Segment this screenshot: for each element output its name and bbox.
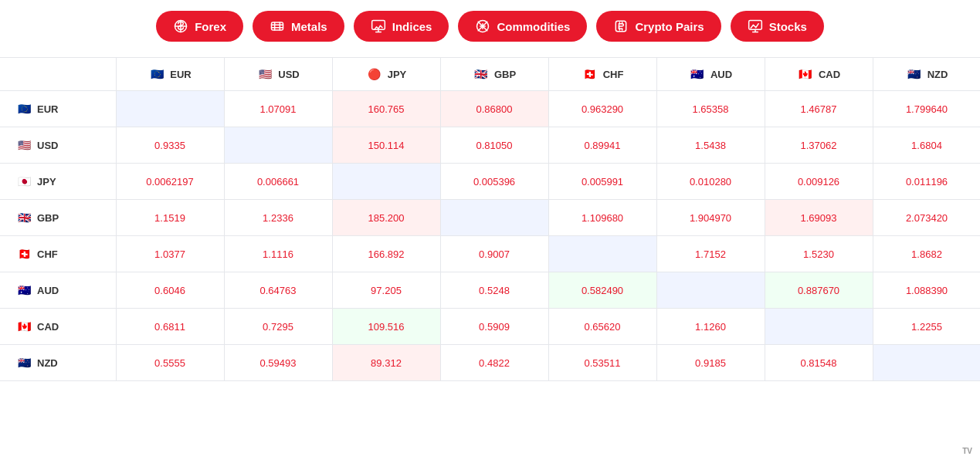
table-header-row: 🇪🇺 EUR 🇺🇸 USD 🔴 JPY [0, 58, 980, 91]
cell-aud-cad: 0.887670 [765, 272, 873, 309]
cell-aud-nzd: 1.088390 [873, 272, 980, 309]
row-header-jpy: 🇯🇵JPY [0, 164, 116, 200]
nav-btn-metals[interactable]: Metals [253, 11, 344, 42]
cell-cad-jpy: 109.516 [332, 309, 440, 345]
cell-gbp-jpy: 185.200 [332, 200, 440, 236]
row-header-chf: 🇨🇭CHF [0, 236, 116, 272]
cell-chf-aud: 1.7152 [656, 236, 765, 272]
cell-aud-chf: 0.582490 [548, 272, 656, 309]
flag-jpy: 🔴 [366, 66, 383, 83]
table-row: 🇨🇭CHF1.03771.1116166.8920.90071.71521.52… [0, 236, 980, 272]
header-empty [0, 58, 116, 91]
row-flag-aud: 🇦🇺 [15, 282, 32, 299]
row-header-cad: 🇨🇦CAD [0, 309, 116, 345]
cell-cad-cad [765, 309, 873, 345]
cell-usd-jpy: 150.114 [332, 127, 440, 164]
cell-eur-cad: 1.46787 [765, 91, 873, 127]
table-row: 🇨🇦CAD0.68110.7295109.5160.59090.656201.1… [0, 309, 980, 345]
cell-chf-gbp: 0.9007 [440, 236, 548, 272]
table-row: 🇺🇸USD0.9335150.1140.810500.899411.54381.… [0, 127, 980, 164]
cell-usd-nzd: 1.6804 [873, 127, 980, 164]
cell-jpy-chf: 0.005991 [548, 164, 656, 200]
header-eur: 🇪🇺 EUR [116, 58, 224, 91]
row-header-aud: 🇦🇺AUD [0, 272, 116, 309]
cell-jpy-cad: 0.009126 [765, 164, 873, 200]
cell-usd-eur: 0.9335 [116, 127, 224, 164]
cell-jpy-aud: 0.010280 [656, 164, 765, 200]
flag-chf: 🇨🇭 [582, 66, 599, 83]
cell-nzd-usd: 0.59493 [224, 345, 332, 381]
cell-usd-chf: 0.89941 [548, 127, 656, 164]
cell-cad-nzd: 1.2255 [873, 309, 980, 345]
cell-eur-gbp: 0.86800 [440, 91, 548, 127]
nav-btn-forex[interactable]: Forex [156, 11, 243, 42]
flag-gbp: 🇬🇧 [473, 66, 490, 83]
table-row: 🇪🇺EUR1.07091160.7650.868000.9632901.6535… [0, 91, 980, 127]
cell-eur-nzd: 1.799640 [873, 91, 980, 127]
cell-cad-gbp: 0.5909 [440, 309, 548, 345]
header-gbp: 🇬🇧 GBP [440, 58, 548, 91]
header-cad: 🇨🇦 CAD [765, 58, 873, 91]
cell-chf-usd: 1.1116 [224, 236, 332, 272]
row-header-eur: 🇪🇺EUR [0, 91, 116, 127]
nav-btn-stocks[interactable]: Stocks [731, 11, 824, 42]
cell-cad-aud: 1.1260 [656, 309, 765, 345]
cell-chf-jpy: 166.892 [332, 236, 440, 272]
flag-aud: 🇦🇺 [689, 66, 706, 83]
cell-gbp-aud: 1.904970 [656, 200, 765, 236]
cell-nzd-aud: 0.9185 [656, 345, 765, 381]
cell-cad-chf: 0.65620 [548, 309, 656, 345]
flag-usd: 🇺🇸 [256, 66, 273, 83]
cell-aud-gbp: 0.5248 [440, 272, 548, 309]
row-flag-nzd: 🇳🇿 [15, 354, 32, 371]
nav-bar: Forex Metals Indices Commodities Crypto … [0, 0, 980, 57]
cell-nzd-nzd [873, 345, 980, 381]
flag-cad: 🇨🇦 [797, 66, 814, 83]
cell-gbp-nzd: 2.073420 [873, 200, 980, 236]
cell-nzd-chf: 0.53511 [548, 345, 656, 381]
cell-aud-jpy: 97.205 [332, 272, 440, 309]
cell-aud-eur: 0.6046 [116, 272, 224, 309]
cell-jpy-eur: 0.0062197 [116, 164, 224, 200]
cell-eur-jpy: 160.765 [332, 91, 440, 127]
currency-table: 🇪🇺 EUR 🇺🇸 USD 🔴 JPY [0, 58, 980, 381]
cell-aud-aud [656, 272, 765, 309]
currency-table-wrapper: 🇪🇺 EUR 🇺🇸 USD 🔴 JPY [0, 57, 980, 381]
header-usd: 🇺🇸 USD [224, 58, 332, 91]
row-header-usd: 🇺🇸USD [0, 127, 116, 164]
cell-gbp-usd: 1.2336 [224, 200, 332, 236]
cell-gbp-chf: 1.109680 [548, 200, 656, 236]
nav-btn-indices[interactable]: Indices [354, 11, 449, 42]
cell-jpy-usd: 0.006661 [224, 164, 332, 200]
cell-gbp-cad: 1.69093 [765, 200, 873, 236]
nav-btn-commodities[interactable]: Commodities [458, 11, 587, 42]
row-header-gbp: 🇬🇧GBP [0, 200, 116, 236]
flag-nzd: 🇳🇿 [906, 66, 923, 83]
cell-cad-eur: 0.6811 [116, 309, 224, 345]
cell-usd-gbp: 0.81050 [440, 127, 548, 164]
row-flag-jpy: 🇯🇵 [15, 173, 32, 190]
nav-btn-crypto[interactable]: Crypto Pairs [596, 11, 721, 42]
cell-chf-chf [548, 236, 656, 272]
header-jpy: 🔴 JPY [332, 58, 440, 91]
cell-usd-cad: 1.37062 [765, 127, 873, 164]
cell-gbp-gbp [440, 200, 548, 236]
cell-usd-aud: 1.5438 [656, 127, 765, 164]
cell-cad-usd: 0.7295 [224, 309, 332, 345]
cell-aud-usd: 0.64763 [224, 272, 332, 309]
cell-eur-chf: 0.963290 [548, 91, 656, 127]
header-nzd: 🇳🇿 NZD [873, 58, 980, 91]
row-flag-gbp: 🇬🇧 [15, 209, 32, 226]
row-flag-eur: 🇪🇺 [15, 100, 32, 117]
row-header-nzd: 🇳🇿NZD [0, 345, 116, 381]
flag-eur: 🇪🇺 [148, 66, 165, 83]
cell-gbp-eur: 1.1519 [116, 200, 224, 236]
header-chf: 🇨🇭 CHF [548, 58, 656, 91]
cell-nzd-jpy: 89.312 [332, 345, 440, 381]
table-row: 🇬🇧GBP1.15191.2336185.2001.1096801.904970… [0, 200, 980, 236]
cell-eur-usd: 1.07091 [224, 91, 332, 127]
row-flag-cad: 🇨🇦 [15, 318, 32, 335]
table-row: 🇦🇺AUD0.60460.6476397.2050.52480.5824900.… [0, 272, 980, 309]
cell-chf-cad: 1.5230 [765, 236, 873, 272]
cell-chf-nzd: 1.8682 [873, 236, 980, 272]
